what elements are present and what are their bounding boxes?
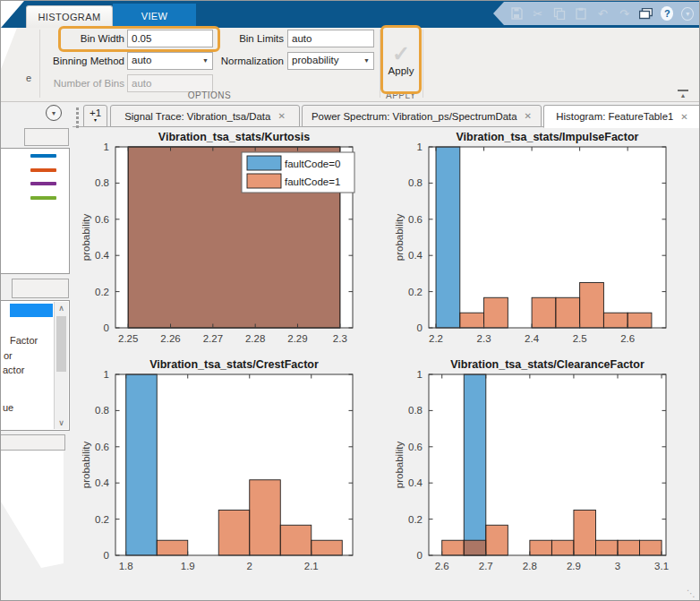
- apply-button-label: Apply: [388, 65, 414, 76]
- bin-limits-input[interactable]: [287, 30, 374, 47]
- cut-icon[interactable]: ✂: [531, 6, 544, 21]
- plot-title: Vibration_tsa_stats/CrestFactor: [149, 358, 319, 371]
- qat-more-icon[interactable]: ▾: [681, 7, 694, 21]
- section-divider: [423, 30, 423, 98]
- sidebar-input-fragment: [0, 434, 65, 451]
- collapse-up-icon: ▲: [676, 92, 690, 99]
- scrollbar[interactable]: ∧ ∨: [54, 302, 68, 429]
- number-of-bins-label: Number of Bins: [35, 78, 124, 89]
- drag-handle-icon[interactable]: [76, 107, 79, 128]
- tab-overflow[interactable]: +1 ▾: [83, 105, 107, 127]
- y-tick-label: 0.4: [95, 250, 110, 261]
- sidebar-input-fragment: [12, 279, 69, 298]
- histogram-bar: [218, 511, 250, 556]
- histogram-bar: [484, 297, 508, 328]
- y-tick-label: 1: [417, 142, 423, 152]
- plot-title: Vibration_tsa_stats/ClearanceFactor: [450, 358, 645, 371]
- y-tick-label: 1: [417, 369, 423, 380]
- x-tick-label: 2.25: [118, 333, 138, 344]
- tab-histogram[interactable]: Histogram: FeatureTable1 ✕: [543, 105, 700, 128]
- histogram-bar: [464, 374, 486, 555]
- histogram-bar: [464, 540, 486, 555]
- ribbon-tab-view[interactable]: VIEW: [113, 4, 196, 28]
- y-tick-label: 0.8: [408, 405, 423, 416]
- tab-power-spectrum[interactable]: Power Spectrum: Vibration_ps/SpectrumDat…: [302, 105, 542, 127]
- y-tick-label: 0: [417, 550, 423, 561]
- collapse-ribbon-button[interactable]: ▲: [676, 90, 690, 101]
- bin-width-input[interactable]: [127, 30, 213, 47]
- list-item-fragment[interactable]: actor: [3, 365, 24, 375]
- document-tabstrip: +1 ▾ Signal Trace: Vibration_tsa/Data ✕ …: [73, 103, 700, 127]
- y-tick-label: 0.6: [408, 442, 423, 452]
- selected-list-item[interactable]: [10, 304, 53, 317]
- panel-collapse-button[interactable]: ▾: [46, 105, 62, 121]
- normalization-value: probability: [292, 55, 338, 65]
- paste-icon[interactable]: [575, 6, 588, 21]
- histogram-plot-kurtosis: 2.252.262.272.282.292.300.20.40.60.81Vib…: [80, 128, 366, 350]
- tab-label: Histogram: FeatureTable1: [556, 111, 673, 122]
- signal-color-line: [30, 182, 56, 185]
- x-tick-label: 2.9: [567, 561, 581, 571]
- undo-icon[interactable]: ↶: [596, 6, 610, 21]
- list-item-fragment[interactable]: Factor: [10, 335, 38, 346]
- y-tick-label: 1: [104, 369, 109, 380]
- number-of-bins-input: [127, 74, 213, 92]
- y-tick-label: 0.2: [95, 287, 109, 297]
- collapse-bar: [678, 90, 688, 91]
- tab-label: Signal Trace: Vibration_tsa/Data: [124, 111, 270, 122]
- histogram-plot-crestfactor: 1.81.922.100.20.40.60.81Vibration_tsa_st…: [80, 356, 366, 578]
- histogram-bar: [312, 540, 343, 555]
- legend-swatch: [247, 174, 281, 188]
- chevron-down-icon: ▾: [84, 118, 107, 123]
- x-tick-label: 2.4: [525, 333, 540, 344]
- scroll-down-icon[interactable]: ∨: [55, 418, 68, 427]
- apply-button[interactable]: ✓ Apply: [384, 30, 418, 90]
- histogram-bar: [595, 540, 618, 555]
- plot-title: Vibration_tsa_stats/ImpulseFactor: [456, 131, 638, 143]
- x-tick-label: 2.27: [203, 333, 223, 344]
- resize-grip-icon[interactable]: ⋱: [687, 588, 696, 598]
- redo-icon[interactable]: ↷: [618, 6, 631, 21]
- scrollbar-thumb[interactable]: [56, 316, 66, 372]
- x-tick-label: 2.8: [523, 561, 537, 571]
- feature-list-panel: Factor or actor ue ∧ ∨: [0, 300, 70, 431]
- normalization-dropdown[interactable]: probability ▼: [287, 52, 374, 70]
- legend-swatch: [247, 156, 281, 170]
- y-tick-label: 0.4: [408, 477, 423, 488]
- list-item-fragment[interactable]: or: [4, 350, 13, 361]
- x-tick-label: 2.1: [304, 561, 319, 571]
- normalization-label: Normalization: [203, 56, 284, 66]
- tab-label: Power Spectrum: Vibration_ps/SpectrumDat…: [312, 111, 517, 122]
- histogram-bar: [618, 540, 640, 555]
- copy-icon[interactable]: [552, 6, 566, 21]
- histogram-plot-clearancefactor: 2.62.72.82.933.100.20.40.60.81Vibration_…: [393, 356, 679, 578]
- signal-color-line: [30, 168, 56, 172]
- list-item-fragment[interactable]: ue: [3, 402, 13, 413]
- save-icon[interactable]: [509, 6, 523, 21]
- close-icon[interactable]: ✕: [525, 111, 532, 121]
- plot-title: Vibration_tsa_stats/Kurtosis: [158, 131, 310, 143]
- close-icon[interactable]: ✕: [277, 111, 285, 121]
- bin-width-label: Bin Width: [53, 33, 124, 44]
- histogram-bar: [280, 525, 312, 555]
- section-divider: [380, 30, 380, 98]
- tab-signal-trace[interactable]: Signal Trace: Vibration_tsa/Data ✕: [110, 105, 300, 127]
- binning-method-dropdown[interactable]: auto ▼: [127, 52, 213, 70]
- options-section-label: OPTIONS: [39, 90, 380, 100]
- y-tick-label: 0.2: [408, 287, 423, 297]
- layout-icon[interactable]: [639, 6, 653, 21]
- y-tick-label: 0.2: [408, 514, 423, 525]
- help-icon[interactable]: ?: [661, 6, 673, 21]
- x-tick-label: 2.6: [435, 561, 449, 571]
- y-tick-label: 0.6: [408, 214, 423, 225]
- binning-method-label: Binning Method: [35, 56, 124, 66]
- y-tick-label: 0.4: [95, 477, 110, 488]
- ribbon-tab-histogram[interactable]: HISTOGRAM: [26, 5, 113, 28]
- close-icon[interactable]: ✕: [680, 112, 687, 122]
- x-tick-label: 1.8: [119, 561, 133, 571]
- sidebar-input-fragment: [24, 128, 69, 146]
- histogram-bar: [532, 297, 556, 328]
- x-tick-label: 2.28: [245, 333, 265, 344]
- scroll-up-icon[interactable]: ∧: [55, 304, 68, 313]
- y-tick-label: 0.6: [95, 214, 109, 225]
